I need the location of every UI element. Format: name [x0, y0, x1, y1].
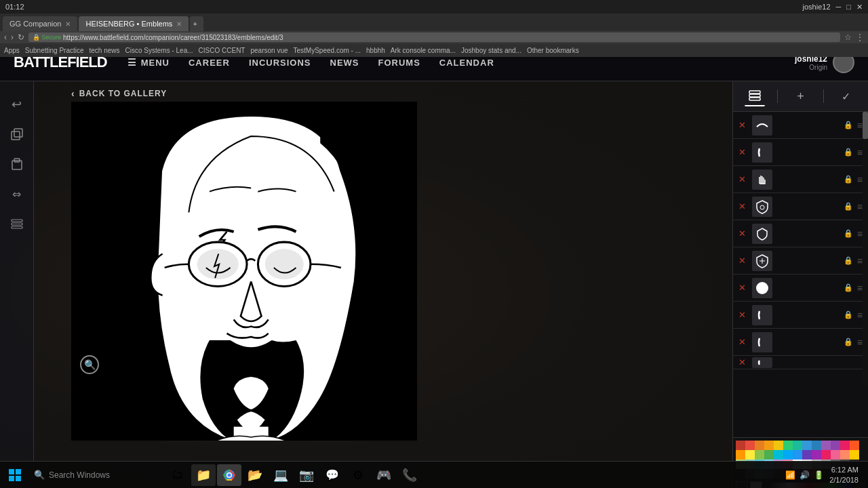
color-swatch[interactable]	[736, 450, 745, 460]
color-swatch[interactable]	[831, 441, 840, 450]
layer-lock-btn[interactable]: 🔒	[844, 338, 853, 346]
tool-layers[interactable]	[6, 214, 28, 233]
bookmark-joshboy[interactable]: Joshboy stats and...	[461, 47, 521, 54]
layer-lock-btn[interactable]: 🔒	[844, 229, 853, 238]
layer-drag-handle[interactable]: ≡	[857, 310, 863, 321]
bookmark-ccent[interactable]: CISCO CCENT	[199, 47, 245, 54]
tab-new[interactable]: +	[190, 16, 203, 31]
nav-item-calendar[interactable]: CALENDAR	[439, 58, 494, 68]
taskbar-music[interactable]: 🎮	[372, 464, 396, 486]
browser-forward[interactable]: ›	[11, 33, 14, 42]
color-swatch[interactable]	[821, 441, 831, 450]
layer-drag-handle[interactable]: ≡	[857, 174, 863, 185]
color-swatch[interactable]	[850, 450, 859, 460]
tab-companion[interactable]: GG Companion ✕	[3, 16, 77, 31]
window-minimize[interactable]: ─	[836, 3, 842, 12]
layer-drag-handle[interactable]: ≡	[857, 228, 863, 239]
bookmark-hbbhh[interactable]: hbbhh	[366, 47, 385, 54]
layer-delete-btn[interactable]: ✕	[738, 174, 748, 184]
taskbar-battery-icon[interactable]: 🔋	[814, 470, 824, 480]
tab-companion-close[interactable]: ✕	[65, 20, 71, 28]
browser-settings[interactable]: ⋮	[856, 33, 864, 42]
back-to-gallery-button[interactable]: ‹ BACK TO GALLERY	[71, 88, 167, 99]
tab-heisenberg[interactable]: HEISENBERG • Emblems ✕	[79, 16, 189, 31]
address-bar[interactable]: 🔒 Secure https://www.battlefield.com/com…	[28, 33, 840, 42]
layer-delete-btn[interactable]: ✕	[738, 120, 748, 130]
taskbar-folder[interactable]: 📂	[243, 464, 267, 486]
layer-item[interactable]: ✕ 🔒 ≡	[733, 302, 868, 329]
bookmark-cisco[interactable]: Cisco Systems - Lea...	[125, 47, 193, 54]
color-swatch[interactable]	[793, 450, 802, 460]
layer-lock-btn[interactable]: 🔒	[844, 148, 853, 157]
bookmark-pearson[interactable]: pearson vue	[250, 47, 288, 54]
color-swatch[interactable]	[812, 450, 821, 460]
color-swatch[interactable]	[850, 441, 859, 450]
color-swatch[interactable]	[764, 441, 774, 450]
taskbar-chrome[interactable]	[217, 464, 241, 486]
taskbar-phone[interactable]: 📞	[397, 464, 422, 486]
layer-delete-btn[interactable]: ✕	[738, 337, 748, 347]
bookmark-tech-news[interactable]: tech news	[90, 47, 120, 54]
taskbar-task-view[interactable]: 🗂	[165, 464, 190, 486]
taskbar-volume-icon[interactable]: 🔊	[800, 470, 810, 480]
layer-delete-btn[interactable]: ✕	[738, 147, 748, 157]
layer-lock-btn[interactable]: 🔒	[844, 175, 853, 184]
layer-item[interactable]: ✕ 🔒 ≡	[733, 220, 868, 247]
color-swatch[interactable]	[840, 441, 850, 450]
layer-drag-handle[interactable]: ≡	[857, 120, 863, 131]
color-swatch[interactable]	[812, 441, 821, 450]
layer-delete-btn[interactable]: ✕	[738, 310, 748, 320]
tool-paste[interactable]	[6, 155, 28, 174]
layer-drag-handle[interactable]: ≡	[857, 201, 863, 212]
layer-delete-btn[interactable]: ✕	[738, 357, 748, 367]
layer-lock-btn[interactable]: 🔒	[844, 121, 853, 129]
color-swatch[interactable]	[745, 441, 755, 450]
taskbar-search[interactable]: 🔍 Search Windows	[28, 464, 164, 486]
taskbar-skype[interactable]: 💬	[320, 464, 344, 486]
layer-item[interactable]: ✕ 🔒 ≡	[733, 166, 868, 193]
layer-drag-handle[interactable]: ≡	[857, 337, 863, 348]
layer-lock-btn[interactable]: 🔒	[844, 256, 853, 265]
layer-item[interactable]: ✕ 🔒 ≡	[733, 247, 868, 274]
color-swatch[interactable]	[840, 450, 850, 460]
window-close[interactable]: ✕	[856, 3, 863, 12]
taskbar-network-icon[interactable]: 📶	[785, 470, 795, 480]
color-swatch[interactable]	[793, 441, 802, 450]
taskbar-camera[interactable]: 📷	[294, 464, 319, 486]
layers-scrollbar[interactable]	[863, 112, 868, 386]
layer-item[interactable]: ✕	[733, 356, 868, 369]
layer-drag-handle[interactable]: ≡	[857, 147, 863, 158]
color-swatch[interactable]	[736, 441, 745, 450]
nav-item-career[interactable]: CAREER	[189, 58, 230, 68]
bookmark-apps[interactable]: Apps	[4, 47, 20, 54]
layer-lock-btn[interactable]: 🔒	[844, 283, 853, 292]
bookmark-subnetting[interactable]: Subnetting Practice	[25, 47, 84, 54]
color-swatch[interactable]	[755, 441, 764, 450]
color-swatch[interactable]	[774, 450, 783, 460]
layer-drag-handle[interactable]: ≡	[857, 256, 863, 266]
color-swatch[interactable]	[783, 450, 793, 460]
layer-drag-handle[interactable]: ≡	[857, 283, 863, 293]
color-swatch[interactable]	[745, 450, 755, 460]
color-swatch[interactable]	[783, 441, 793, 450]
taskbar-settings[interactable]: ⚙	[346, 464, 370, 486]
tool-flip-h[interactable]: ⇔	[6, 184, 28, 203]
layer-delete-btn[interactable]: ✕	[738, 201, 748, 211]
color-swatch[interactable]	[821, 450, 831, 460]
layer-delete-btn[interactable]: ✕	[738, 256, 748, 266]
nav-item-menu[interactable]: ☰ MENU	[127, 57, 170, 68]
browser-back[interactable]: ‹	[4, 33, 7, 42]
nav-item-forums[interactable]: FORUMS	[378, 58, 420, 68]
color-swatch[interactable]	[764, 450, 774, 460]
taskbar-terminal[interactable]: 💻	[269, 464, 293, 486]
taskbar-file-explorer[interactable]: 📁	[191, 464, 216, 486]
bookmark-speedtest[interactable]: TestMySpeed.com - ...	[294, 47, 361, 54]
color-swatch[interactable]	[755, 450, 764, 460]
window-maximize[interactable]: □	[846, 3, 851, 12]
tool-copy[interactable]	[6, 125, 28, 144]
layer-item[interactable]: ✕ 🔒 ≡	[733, 193, 868, 220]
zoom-control[interactable]: 🔍	[80, 355, 99, 374]
layer-delete-btn[interactable]: ✕	[738, 228, 748, 239]
color-swatch[interactable]	[831, 450, 840, 460]
layer-delete-btn[interactable]: ✕	[738, 283, 748, 293]
